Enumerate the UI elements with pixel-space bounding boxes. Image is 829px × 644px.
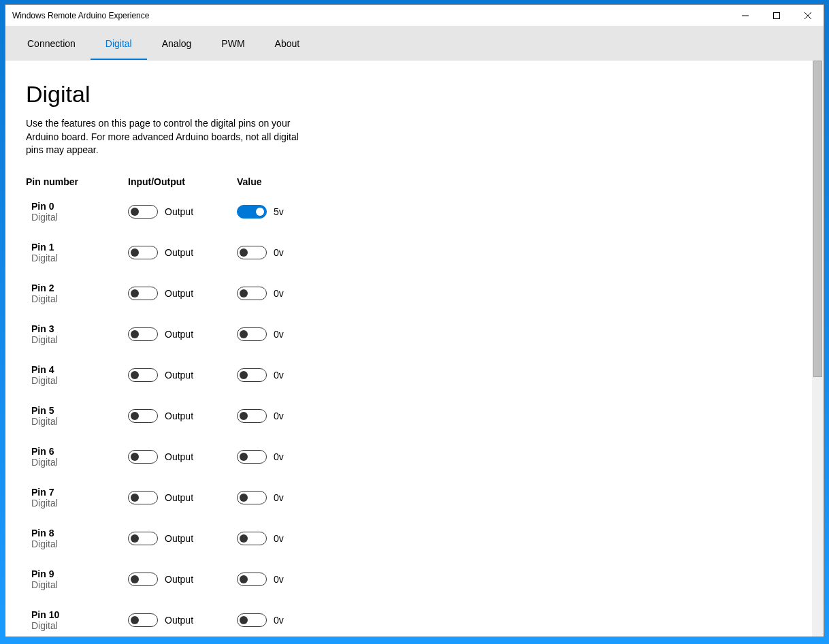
value-toggle[interactable] xyxy=(237,327,267,341)
pin-row: Pin 8DigitalOutput0v xyxy=(26,524,792,553)
value-toggle-knob xyxy=(240,575,248,583)
io-toggle-knob xyxy=(131,289,139,297)
page-description: Use the features on this page to control… xyxy=(26,117,312,157)
io-toggle-knob xyxy=(131,534,139,543)
io-toggle-knob xyxy=(131,330,139,338)
io-toggle[interactable] xyxy=(128,613,158,627)
tab-analog[interactable]: Analog xyxy=(147,27,207,60)
pin-name: Pin 7 xyxy=(31,487,128,498)
pin-name: Pin 10 xyxy=(31,609,128,620)
io-toggle-label: Output xyxy=(165,533,193,544)
value-toggle-knob xyxy=(240,453,248,461)
io-cell: Output xyxy=(128,246,237,259)
tab-connection[interactable]: Connection xyxy=(12,27,91,60)
io-toggle-label: Output xyxy=(165,329,193,340)
io-cell: Output xyxy=(128,573,237,586)
pin-type: Digital xyxy=(31,253,128,263)
tab-about[interactable]: About xyxy=(260,27,315,60)
io-toggle[interactable] xyxy=(128,368,158,382)
pin-row: Pin 10DigitalOutput0v xyxy=(26,605,792,635)
pin-row: Pin 5DigitalOutput0v xyxy=(26,401,792,431)
io-toggle[interactable] xyxy=(128,573,158,586)
io-cell: Output xyxy=(128,491,237,504)
pin-row: Pin 0DigitalOutput5v xyxy=(26,197,792,227)
app-window: Windows Remote Arduino Experience Connec… xyxy=(5,4,824,637)
value-toggle[interactable] xyxy=(237,205,267,219)
io-toggle-knob xyxy=(131,616,139,624)
io-cell: Output xyxy=(128,327,237,341)
vertical-scrollbar[interactable] xyxy=(812,61,824,637)
close-button[interactable] xyxy=(792,5,824,26)
pin-label: Pin 4Digital xyxy=(26,364,128,386)
value-toggle[interactable] xyxy=(237,450,267,464)
pin-name: Pin 3 xyxy=(31,323,128,334)
io-toggle[interactable] xyxy=(128,450,158,464)
value-cell: 0v xyxy=(237,450,346,464)
io-toggle-label: Output xyxy=(165,288,193,299)
io-cell: Output xyxy=(128,450,237,464)
io-cell: Output xyxy=(128,368,237,382)
io-toggle[interactable] xyxy=(128,205,158,219)
pin-row: Pin 3DigitalOutput0v xyxy=(26,319,792,349)
pin-name: Pin 8 xyxy=(31,528,128,538)
pin-type: Digital xyxy=(31,457,128,468)
scrollbar-thumb[interactable] xyxy=(813,61,822,377)
minimize-button[interactable] xyxy=(730,5,761,26)
value-toggle[interactable] xyxy=(237,613,267,627)
value-toggle[interactable] xyxy=(237,368,267,382)
value-toggle[interactable] xyxy=(237,573,267,586)
value-toggle-label: 0v xyxy=(274,533,284,544)
value-toggle[interactable] xyxy=(237,491,267,504)
pin-type: Digital xyxy=(31,212,128,223)
pin-type: Digital xyxy=(31,334,128,345)
io-toggle-knob xyxy=(131,453,139,461)
value-toggle-label: 0v xyxy=(274,451,284,462)
pin-label: Pin 2Digital xyxy=(26,283,128,304)
pin-list: Pin 0DigitalOutput5vPin 1DigitalOutput0v… xyxy=(26,197,792,635)
io-cell: Output xyxy=(128,287,237,300)
maximize-button[interactable] xyxy=(761,5,792,26)
value-cell: 0v xyxy=(237,246,346,259)
pin-name: Pin 0 xyxy=(31,201,128,212)
value-toggle[interactable] xyxy=(237,287,267,300)
header-input-output: Input/Output xyxy=(128,176,237,187)
io-toggle[interactable] xyxy=(128,409,158,423)
io-toggle-knob xyxy=(131,248,139,257)
io-toggle-label: Output xyxy=(165,451,193,462)
value-toggle-label: 0v xyxy=(274,615,284,626)
value-toggle-label: 0v xyxy=(274,329,284,340)
column-headers: Pin number Input/Output Value xyxy=(26,176,792,187)
pin-name: Pin 4 xyxy=(31,364,128,375)
title-bar: Windows Remote Arduino Experience xyxy=(5,5,824,27)
content-wrapper: Digital Use the features on this page to… xyxy=(5,61,824,637)
pin-row: Pin 1DigitalOutput0v xyxy=(26,238,792,268)
value-cell: 0v xyxy=(237,613,346,627)
window-title: Windows Remote Arduino Experience xyxy=(5,11,730,20)
io-toggle-knob xyxy=(131,208,139,216)
value-cell: 0v xyxy=(237,409,346,423)
pin-label: Pin 8Digital xyxy=(26,528,128,549)
io-toggle[interactable] xyxy=(128,287,158,300)
value-toggle-label: 0v xyxy=(274,288,284,299)
pin-row: Pin 4DigitalOutput0v xyxy=(26,360,792,390)
pin-type: Digital xyxy=(31,498,128,509)
io-toggle-label: Output xyxy=(165,492,193,503)
pin-type: Digital xyxy=(31,538,128,549)
io-toggle-label: Output xyxy=(165,206,193,217)
io-toggle-label: Output xyxy=(165,247,193,258)
value-toggle-knob xyxy=(256,208,264,216)
value-toggle[interactable] xyxy=(237,532,267,545)
pin-name: Pin 5 xyxy=(31,405,128,416)
io-toggle[interactable] xyxy=(128,532,158,545)
pin-label: Pin 7Digital xyxy=(26,487,128,509)
tab-pwm[interactable]: PWM xyxy=(206,27,259,60)
value-cell: 0v xyxy=(237,327,346,341)
value-toggle[interactable] xyxy=(237,246,267,259)
pin-type: Digital xyxy=(31,620,128,631)
tab-digital[interactable]: Digital xyxy=(91,27,147,60)
value-toggle[interactable] xyxy=(237,409,267,423)
io-toggle[interactable] xyxy=(128,491,158,504)
io-toggle[interactable] xyxy=(128,327,158,341)
pin-label: Pin 3Digital xyxy=(26,323,128,345)
io-toggle[interactable] xyxy=(128,246,158,259)
